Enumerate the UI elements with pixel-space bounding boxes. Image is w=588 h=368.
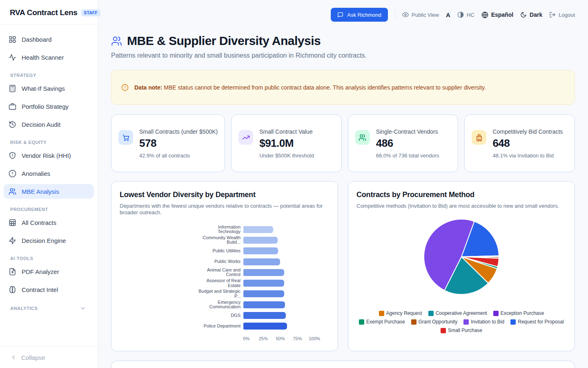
legend-label: Request for Proposal (518, 319, 564, 325)
high-contrast-label: HC (467, 12, 474, 18)
stat-sub: 66.0% of 736 total vendors (376, 153, 439, 159)
bar-row-emergency-communication: Emergency Communication (120, 299, 330, 310)
chevron-down-icon (80, 305, 91, 312)
sidebar-item-dashboard[interactable]: Dashboard (4, 32, 94, 47)
x-axis-tick: 75% (293, 336, 302, 341)
bar-category-label: Assessor of Real Estate (120, 278, 243, 288)
brain-icon (9, 286, 16, 294)
legend-label: Exempt Purchase (366, 319, 405, 325)
x-axis-tick: 50% (276, 336, 285, 341)
calculator-icon (9, 85, 16, 92)
bar (243, 237, 278, 244)
data-note-text: Data note: MBE status cannot be determin… (134, 84, 486, 91)
bar-track (243, 323, 312, 330)
data-note-label: Data note: (134, 84, 162, 91)
table-icon (9, 219, 16, 227)
collapse-button[interactable]: Collapse (0, 346, 98, 368)
bar-row-public-works: Public Works (120, 256, 330, 267)
sidebar-item-label: Dashboard (22, 36, 51, 43)
bar-chart-title: Lowest Vendor Diversity by Department (120, 191, 330, 199)
legend-item-grant-opportunity: Grant Opportunity (411, 319, 457, 325)
legend-item-request-for-proposal: Request for Proposal (510, 319, 564, 325)
logout-button[interactable]: Logout (549, 11, 575, 18)
x-axis-tick: 100% (309, 336, 320, 341)
sidebar-item-all-contracts[interactable]: All Contracts (4, 215, 94, 230)
sidebar-item-decision-audit[interactable]: Decision Audit (4, 117, 94, 132)
legend-swatch (441, 328, 446, 333)
bar-track (243, 226, 312, 233)
x-axis-tick: 0% (243, 336, 249, 341)
sidebar-section-strategy: STRATEGY (4, 68, 94, 81)
globe-icon (481, 11, 488, 18)
sidebar-item-portfolio-strategy[interactable]: Portfolio Strategy (4, 99, 94, 114)
stat-card-small-contract-value: Small Contract Value$91.0MUnder $500K th… (231, 114, 342, 172)
bar-track (243, 247, 312, 254)
ask-richmond-button[interactable]: Ask Richmond (331, 8, 388, 22)
bar (243, 312, 286, 319)
theme-toggle-button[interactable]: Dark (520, 11, 542, 18)
sidebar-item-pdf-analyzer[interactable]: PDF Analyzer (4, 264, 94, 279)
stat-value: 648 (492, 137, 563, 150)
building-icon (472, 130, 486, 145)
bar-row-information-technology: Information Technology (120, 224, 330, 235)
language-label: Español (491, 11, 513, 18)
sidebar-item-mbe-analysis[interactable]: MBE Analysis (4, 184, 94, 199)
moon-icon (520, 11, 527, 18)
sidebar-item-anomalies[interactable]: Anomalies (4, 166, 94, 181)
sidebar-item-contract-intel[interactable]: Contract Intel (4, 282, 94, 297)
sidebar-item-what-if-savings[interactable]: What-If Savings (4, 81, 94, 96)
sidebar-item-label: Portfolio Strategy (22, 103, 69, 110)
public-view-button[interactable]: Public View (402, 11, 439, 18)
legend-item-invitation-to-bid: Invitation to Bid (463, 319, 504, 325)
sidebar-item-vendor-risk-hhi[interactable]: Vendor Risk (HHI) (4, 148, 94, 163)
stat-card-small-contracts-under-500k: Small Contracts (under $500K)57842.9% of… (111, 114, 225, 172)
stat-sub: 42.9% of all contracts (139, 153, 218, 159)
bar-track (243, 269, 312, 276)
bar-track (243, 312, 312, 319)
briefcase-icon (9, 103, 16, 110)
bar-chart-card: Lowest Vendor Diversity by Department De… (111, 181, 338, 351)
bar-track (243, 237, 312, 244)
stat-label: Small Contracts (under $500K) (139, 128, 218, 135)
contrast-icon (457, 11, 464, 18)
collapse-label: Collapse (21, 354, 45, 361)
bar-row-animal-care-and-control: Animal Care and Control (120, 267, 330, 278)
section-label: AI TOOLS (10, 256, 33, 261)
bar-category-label: Public Works (120, 259, 243, 264)
main-content: Ask Richmond Public View A HC Español Da… (98, 8, 588, 368)
bar-category-label: DGS (120, 313, 243, 318)
history-icon (9, 121, 16, 128)
high-contrast-button[interactable]: HC (457, 11, 474, 18)
legend-swatch (493, 311, 499, 316)
legend-item-small-purchase: Small Purchase (441, 328, 482, 333)
sidebar-item-health-scanner[interactable]: Health Scanner (4, 50, 94, 65)
bar-row-dgs: DGS (120, 310, 330, 321)
legend-swatch (510, 319, 516, 325)
theme-label: Dark (530, 11, 542, 18)
bar-category-label: Public Utilities (120, 249, 243, 254)
font-size-button[interactable]: A (446, 11, 450, 18)
stat-value: $91.0M (259, 137, 314, 150)
legend-label: Agency Request (386, 310, 422, 316)
data-note-body: MBE status cannot be determined from pub… (162, 84, 486, 91)
bar (243, 226, 273, 233)
sidebar-section-analytics[interactable]: ANALYTICS (4, 300, 94, 315)
bar-track (243, 290, 312, 297)
bar-track (243, 280, 312, 287)
eye-icon (402, 11, 409, 18)
chevron-left-icon (10, 354, 17, 361)
bar-row-assessor-of-real-estate: Assessor of Real Estate (120, 278, 330, 288)
brand-title: RVA Contract Lens (10, 8, 78, 17)
language-button[interactable]: Español (481, 11, 513, 18)
bar-track (243, 301, 312, 308)
brand: RVA Contract Lens STAFF (0, 0, 98, 25)
legend-label: Grant Opportunity (419, 319, 457, 325)
bar-category-label: Police Department (120, 324, 243, 329)
bar-row-budget-and-strategic-p: Budget and Strategic P... (120, 289, 330, 299)
pie-chart-subtitle: Competitive methods (Invitation to Bid) … (356, 203, 566, 209)
public-view-label: Public View (412, 12, 439, 18)
alert-octagon-icon (9, 170, 16, 177)
sidebar-item-decision-engine[interactable]: Decision Engine (4, 233, 94, 248)
shield-alert-icon (9, 152, 16, 159)
bar-category-label: Animal Care and Control (120, 268, 243, 277)
